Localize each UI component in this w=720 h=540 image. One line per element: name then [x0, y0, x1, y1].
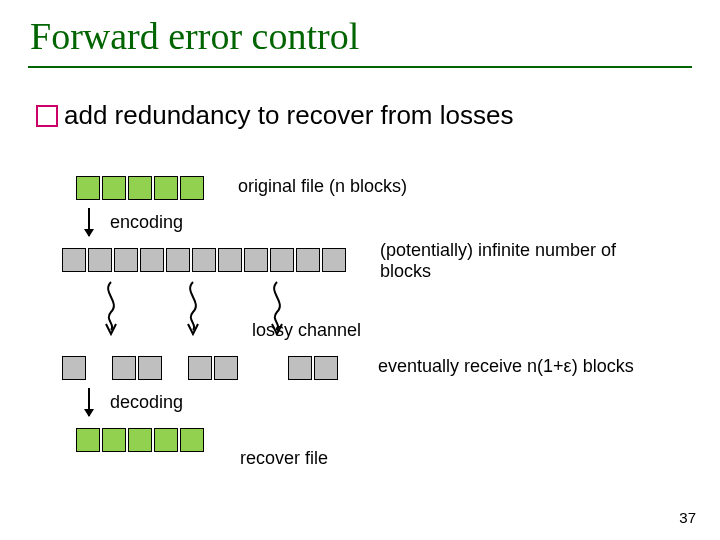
label-decoding: decoding [110, 392, 183, 413]
block [138, 356, 162, 380]
block [140, 248, 164, 272]
block [102, 176, 126, 200]
arrow-decoding [88, 388, 90, 416]
block [180, 428, 204, 452]
block [322, 248, 346, 272]
slide-title: Forward error control [30, 14, 359, 58]
gap [264, 356, 286, 378]
label-lossy: lossy channel [252, 320, 361, 341]
gap [88, 356, 110, 378]
row-recovered [76, 428, 206, 452]
block [88, 248, 112, 272]
block [166, 248, 190, 272]
bullet-icon [36, 105, 58, 127]
row-received [62, 356, 340, 380]
bullet-text: add redundancy to recover from losses [64, 100, 513, 131]
block [62, 356, 86, 380]
block [188, 356, 212, 380]
title-rule [28, 66, 692, 68]
label-recover: recover file [240, 448, 328, 469]
block [154, 428, 178, 452]
block [128, 176, 152, 200]
label-infinite: (potentially) infinite number of blocks [380, 240, 650, 282]
label-encoding: encoding [110, 212, 183, 233]
block [76, 428, 100, 452]
block [192, 248, 216, 272]
row-encoded [62, 248, 348, 272]
label-receive: eventually receive n(1+ε) blocks [378, 356, 634, 377]
block [76, 176, 100, 200]
squiggle-arrow-icon [96, 280, 126, 336]
block [244, 248, 268, 272]
block [62, 248, 86, 272]
gap [240, 356, 262, 378]
block [128, 428, 152, 452]
block [112, 356, 136, 380]
arrow-encoding [88, 208, 90, 236]
slide-number: 37 [679, 509, 696, 526]
block [214, 356, 238, 380]
block [288, 356, 312, 380]
row-original [76, 176, 206, 200]
block [314, 356, 338, 380]
block [218, 248, 242, 272]
label-original: original file (n blocks) [238, 176, 407, 197]
block [102, 428, 126, 452]
block [296, 248, 320, 272]
squiggle-arrow-icon [178, 280, 208, 336]
block [180, 176, 204, 200]
bullet-item: add redundancy to recover from losses [36, 100, 513, 131]
gap [164, 356, 186, 378]
block [270, 248, 294, 272]
block [154, 176, 178, 200]
block [114, 248, 138, 272]
